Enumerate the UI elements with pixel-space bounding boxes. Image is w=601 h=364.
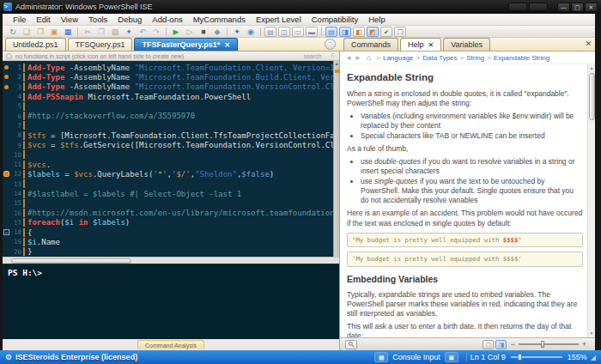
run-script-icon[interactable]: ▶ xyxy=(170,27,182,37)
menu-view[interactable]: View xyxy=(56,15,83,24)
titlebar-extra-button-2[interactable] xyxy=(529,3,548,11)
tab-tfsquery[interactable]: TFSQuery.ps1 xyxy=(68,38,133,51)
editor-line[interactable]: 19$i.Name xyxy=(3,237,333,246)
help-scroll-thumb[interactable] xyxy=(589,73,595,120)
editor-vertical-scrollbar[interactable]: ▲ xyxy=(333,61,339,257)
slider-thumb[interactable] xyxy=(518,354,522,361)
redo-icon[interactable]: ↷ xyxy=(150,27,162,37)
minimize-button[interactable]: — xyxy=(557,3,570,12)
menu-tools[interactable]: Tools xyxy=(83,15,112,24)
save-state-icon[interactable]: ▦ xyxy=(374,352,388,362)
tab-variables[interactable]: Variables xyxy=(443,38,490,51)
help-view-toggle-1[interactable]: ▢ xyxy=(483,340,494,349)
save-icon[interactable]: ▦ xyxy=(62,27,74,37)
editor-line[interactable]: 15 xyxy=(3,198,333,208)
menu-edit[interactable]: Edit xyxy=(31,15,55,24)
new-script-icon[interactable]: ❏ xyxy=(21,27,33,37)
help-vertical-scrollbar[interactable]: ▲ ▼ xyxy=(587,64,595,337)
show-console-pane-icon[interactable]: ◩ xyxy=(367,27,379,37)
home-icon[interactable]: ⌂ xyxy=(367,53,371,62)
tab-close-icon[interactable]: ✕ xyxy=(224,41,230,49)
scroll-up-icon[interactable]: ▲ xyxy=(334,61,339,66)
tab-commands[interactable]: Commands xyxy=(343,38,398,51)
layout-split-icon[interactable]: ◫ xyxy=(278,27,290,37)
console-pane[interactable]: PS H:\> xyxy=(3,264,339,339)
new-remote-tab-icon[interactable]: ✦ xyxy=(231,27,243,37)
editor-line[interactable]: 7 xyxy=(3,121,333,130)
resize-grip-icon[interactable]: ◢ xyxy=(591,354,596,361)
menu-compatibility[interactable]: Compatibility xyxy=(307,15,363,24)
slider-thumb[interactable] xyxy=(541,341,544,348)
isesteroids-license-label[interactable]: ISESteroids Enterprise (licensed) xyxy=(15,353,137,361)
breadcrumb-expandable-string[interactable]: Expandable String xyxy=(494,54,549,62)
open-script-icon[interactable]: ❐ xyxy=(34,27,46,37)
show-script-right-icon[interactable]: ◨ xyxy=(339,27,351,37)
menu-add-ons[interactable]: Add-ons xyxy=(147,15,187,24)
nav-forward-icon[interactable]: ► xyxy=(355,54,361,62)
breadcrumb-string[interactable]: String xyxy=(466,54,484,62)
nav-back-icon[interactable]: ◄ xyxy=(345,54,352,62)
editor-line[interactable]: 17foreach($i in $labels) xyxy=(3,218,333,228)
menu-mycommands[interactable]: MyCommands xyxy=(188,15,251,24)
show-script-pane-icon[interactable]: ▤ xyxy=(325,27,337,37)
editor-line[interactable]: −18{ xyxy=(3,228,333,237)
scroll-down-icon[interactable]: ▼ xyxy=(588,330,595,337)
maximize-button[interactable]: ▢ xyxy=(571,3,584,12)
format-icon[interactable]: ✦ xyxy=(123,27,135,37)
script-editor[interactable]: 1Add-Type -AssemblyName "Microsoft.TeamF… xyxy=(3,61,339,257)
editor-line[interactable]: 12$labels = $vcs.QueryLabels('*','$/',"S… xyxy=(3,169,333,179)
editor-line[interactable]: 2Add-Type -AssemblyName "Microsoft.TeamF… xyxy=(3,72,333,82)
layout-float-icon[interactable]: ▭ xyxy=(292,27,304,37)
history-icon[interactable]: ↻ xyxy=(7,27,19,37)
menu-debug[interactable]: Debug xyxy=(112,15,147,24)
tab-tfsfasterquery[interactable]: TFSFasterQuery.ps1*✕ xyxy=(134,38,238,51)
editor-line[interactable]: 8$tfs = [Microsoft.TeamFoundation.Client… xyxy=(3,130,333,140)
zoom-in-icon[interactable]: + xyxy=(582,340,586,349)
menu-help[interactable]: Help xyxy=(363,15,391,24)
editor-line[interactable]: 5 xyxy=(3,101,333,111)
help-zoom-slider[interactable] xyxy=(519,343,579,345)
stop-icon[interactable]: ■ xyxy=(197,27,209,37)
addon-pane-close-icon[interactable]: ✕ xyxy=(585,39,592,48)
close-button[interactable]: ✕ xyxy=(585,3,598,12)
editor-line[interactable]: 6#http://stackoverflow.com/a/35595970 xyxy=(3,111,333,120)
editor-line[interactable]: 13 xyxy=(3,179,333,189)
copy-icon[interactable]: ❐ xyxy=(95,27,107,37)
hscroll-thumb[interactable] xyxy=(11,258,131,264)
breadcrumb-data-types[interactable]: Data Types xyxy=(422,54,457,62)
zoom-out-icon[interactable]: − xyxy=(510,340,514,349)
help-search-button[interactable] xyxy=(345,340,357,349)
gear-icon[interactable]: ⚙ xyxy=(5,353,12,361)
add-function-icon[interactable] xyxy=(6,53,12,59)
menu-expert-level[interactable]: Expert Level xyxy=(251,15,307,24)
check-syntax-icon[interactable]: ✔ xyxy=(380,27,392,37)
pin-icon[interactable]: ⚐ xyxy=(331,52,336,59)
open-folder-icon[interactable]: ▣ xyxy=(48,27,60,37)
editor-horizontal-scrollbar[interactable] xyxy=(3,257,339,264)
editor-line[interactable]: 20} xyxy=(3,247,333,257)
web-icon[interactable]: ◉ xyxy=(245,27,257,37)
menu-file[interactable]: File xyxy=(8,15,31,24)
editor-line[interactable]: 16#https://msdn.microsoft.com/en-us/libr… xyxy=(3,208,333,217)
editor-line[interactable]: 10 xyxy=(3,150,333,160)
collapse-pane-button[interactable]: ˆ xyxy=(325,39,336,50)
editor-line[interactable]: 3Add-Type -AssemblyName "Microsoft.TeamF… xyxy=(3,82,333,92)
layout-script-top-icon[interactable]: ▤ xyxy=(264,27,276,37)
scroll-up-icon[interactable]: ▲ xyxy=(588,64,595,72)
tab-help-close-icon[interactable]: ✕ xyxy=(428,41,434,49)
show-addon-pane-icon[interactable]: ◧ xyxy=(353,27,365,37)
snippets-icon[interactable]: ❒ xyxy=(394,27,406,37)
run-selection-icon[interactable]: ▷ xyxy=(184,27,196,37)
function-search-input[interactable]: search xyxy=(304,53,331,59)
tab-help[interactable]: Help✕ xyxy=(400,38,441,51)
help-view-toggle-2[interactable]: ◨ xyxy=(495,340,507,349)
editor-line[interactable]: 14#$lastlabel = $labels #| Select-Object… xyxy=(3,189,333,198)
command-analysis-button[interactable]: Command Analysis xyxy=(137,340,204,349)
undo-icon[interactable]: ↶ xyxy=(137,27,149,37)
screenshot-icon[interactable]: ▣ xyxy=(445,352,458,362)
editor-line[interactable]: 4Add-PSSnapin Microsoft.TeamFoundation.P… xyxy=(3,92,333,101)
tab-untitled2[interactable]: Untitled2.ps1 xyxy=(5,38,66,51)
cut-icon[interactable]: ✂ xyxy=(82,27,94,37)
editor-code[interactable]: 1Add-Type -AssemblyName "Microsoft.TeamF… xyxy=(3,61,333,257)
home-icon[interactable]: ◆ xyxy=(211,27,223,37)
